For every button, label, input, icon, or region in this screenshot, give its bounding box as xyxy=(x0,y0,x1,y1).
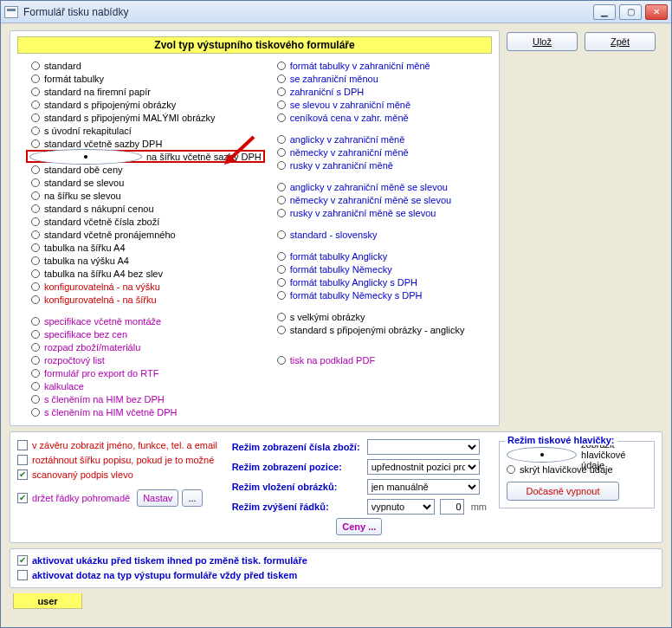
radio-icon[interactable] xyxy=(31,230,40,239)
sel-rezim-obrazku[interactable]: jen manuálně xyxy=(367,479,480,495)
input-mm[interactable] xyxy=(440,499,464,515)
checkbox-icon[interactable] xyxy=(17,570,28,580)
format-option[interactable]: formát tabulky xyxy=(29,72,265,85)
radio-icon[interactable] xyxy=(31,87,40,96)
radio-icon[interactable] xyxy=(277,252,286,261)
format-option[interactable]: s velkými obrázky xyxy=(275,310,492,323)
format-option[interactable]: konfigurovatelná - na výšku xyxy=(29,280,265,293)
ceny-button[interactable]: Ceny ... xyxy=(336,518,382,535)
format-option[interactable]: se zahraniční měnou xyxy=(275,72,492,85)
format-option[interactable]: konfigurovatelná - na šířku xyxy=(29,293,265,306)
radio-icon[interactable] xyxy=(31,165,40,174)
format-option[interactable]: standard s nákupní cenou xyxy=(29,202,265,215)
chk-aktivovat-dotaz[interactable]: aktivovat dotaz na typ výstupu formuláře… xyxy=(17,567,655,582)
checkbox-icon[interactable] xyxy=(17,455,28,465)
format-option[interactable]: formát tabulky v zahraniční měně xyxy=(275,59,492,72)
radio-icon[interactable] xyxy=(277,135,286,144)
radio-icon[interactable] xyxy=(31,408,40,417)
radio-icon[interactable] xyxy=(277,313,286,321)
close-button[interactable]: ✕ xyxy=(645,4,668,20)
radio-icon[interactable] xyxy=(31,126,40,135)
radio-icon[interactable] xyxy=(31,369,40,378)
format-option[interactable]: formulář pro export do RTF xyxy=(29,366,265,379)
sel-rezim-cisla[interactable] xyxy=(367,439,480,455)
format-option[interactable]: s úvodní rekapitulací xyxy=(29,124,265,137)
format-option[interactable]: se slevou v zahraniční měně xyxy=(275,98,492,111)
radio-icon[interactable] xyxy=(31,62,40,70)
radio-icon[interactable] xyxy=(277,74,286,83)
chk-zaveru[interactable]: v závěru zobrazit jméno, funkce, tel. a … xyxy=(17,437,220,452)
radio-icon[interactable] xyxy=(31,100,40,109)
format-option[interactable]: rozpočtový list xyxy=(29,353,265,366)
radio-icon[interactable] xyxy=(31,395,40,404)
radio-icon[interactable] xyxy=(277,356,286,365)
format-option[interactable]: standard včetně sazby DPH xyxy=(29,137,265,150)
format-option[interactable]: ceníková cena v zahr. měně xyxy=(275,111,492,124)
format-option[interactable]: s členěním na HIM včetně DPH xyxy=(29,405,265,418)
format-option[interactable]: tabulka na šířku A4 bez slev xyxy=(29,267,265,280)
radio-icon[interactable] xyxy=(277,148,286,157)
format-option[interactable]: anglicky v zahraniční měně xyxy=(275,133,492,146)
format-option[interactable]: formát tabulky Anglicky xyxy=(275,249,492,262)
checkbox-icon[interactable] xyxy=(17,440,28,450)
radio-show-header[interactable]: zobrazit hlavičkové údaje xyxy=(507,447,647,462)
format-option[interactable]: standard se slevou xyxy=(29,176,265,189)
format-option[interactable]: rozpad zboží/materiálu xyxy=(29,340,265,353)
minimize-button[interactable]: ▁ xyxy=(593,4,616,20)
radio-icon[interactable] xyxy=(277,230,286,239)
radio-icon[interactable] xyxy=(277,100,286,109)
format-option[interactable]: anglicky v zahraniční měně se slevou xyxy=(275,180,492,193)
radio-icon[interactable] xyxy=(31,191,40,200)
sel-rezim-radku[interactable]: vypnuto xyxy=(367,499,435,515)
format-option[interactable]: specifikace bez cen xyxy=(29,327,265,340)
format-option[interactable]: standard s připojenými MALÝMI obrázky xyxy=(29,111,265,124)
radio-icon[interactable] xyxy=(29,149,142,165)
radio-icon[interactable] xyxy=(31,113,40,122)
format-option[interactable]: standard s připojenými obrázky - anglick… xyxy=(275,323,492,336)
format-option[interactable]: formát tabulky Německy s DPH xyxy=(275,288,492,301)
chk-aktivovat-ukazku[interactable]: aktivovat ukázku před tiskem ihned po zm… xyxy=(17,553,655,567)
format-option[interactable]: německy v zahraniční měně se slevou xyxy=(275,193,492,206)
format-option[interactable]: rusky v zahraniční měně se slevou xyxy=(275,206,492,219)
checkbox-icon[interactable] xyxy=(17,555,28,566)
format-option[interactable]: standard obě ceny xyxy=(29,163,265,176)
radio-icon[interactable] xyxy=(277,87,286,96)
radio-icon[interactable] xyxy=(277,291,286,300)
format-option[interactable]: standard s připojenými obrázky xyxy=(29,98,265,111)
chk-drzet[interactable]: držet řádky pohromadě Nastav ... xyxy=(17,490,220,505)
radio-icon[interactable] xyxy=(277,161,286,170)
format-option[interactable]: formát tabulky Anglicky s DPH xyxy=(275,275,492,288)
format-option[interactable]: tabulka na šířku A4 xyxy=(29,241,265,254)
radio-icon[interactable] xyxy=(277,326,286,334)
radio-icon[interactable] xyxy=(31,295,40,304)
radio-icon[interactable] xyxy=(507,447,577,463)
radio-icon[interactable] xyxy=(277,113,286,122)
radio-icon[interactable] xyxy=(507,465,515,474)
user-tab[interactable]: user xyxy=(13,593,82,609)
radio-icon[interactable] xyxy=(31,356,40,365)
radio-icon[interactable] xyxy=(31,243,40,252)
checkbox-icon[interactable] xyxy=(17,493,28,503)
radio-icon[interactable] xyxy=(31,204,40,213)
radio-icon[interactable] xyxy=(277,196,286,204)
radio-icon[interactable] xyxy=(31,269,40,278)
format-option[interactable]: na šířku včetně sazby DPH xyxy=(26,150,265,163)
format-option[interactable]: na šířku se slevou xyxy=(29,189,265,202)
checkbox-icon[interactable] xyxy=(17,469,28,480)
radio-icon[interactable] xyxy=(31,282,40,291)
format-option[interactable]: s členěním na HIM bez DPH xyxy=(29,392,265,405)
radio-icon[interactable] xyxy=(31,217,40,226)
back-button[interactable]: Zpět xyxy=(585,32,656,51)
maximize-button[interactable]: ▢ xyxy=(619,4,642,20)
radio-icon[interactable] xyxy=(31,256,40,265)
format-option[interactable]: standard xyxy=(29,59,265,72)
docasne-vypnout-button[interactable]: Dočasně vypnout xyxy=(507,482,619,501)
radio-icon[interactable] xyxy=(31,74,40,83)
radio-icon[interactable] xyxy=(31,382,40,391)
format-option[interactable]: tisk na podklad PDF xyxy=(275,353,492,366)
format-option[interactable]: rusky v zahraniční měně xyxy=(275,159,492,172)
format-option[interactable]: specifikace včetně montáže xyxy=(29,314,265,327)
format-option[interactable]: německy v zahraniční měně xyxy=(275,146,492,159)
format-option[interactable]: standard na firemní papír xyxy=(29,85,265,98)
radio-icon[interactable] xyxy=(31,343,40,352)
